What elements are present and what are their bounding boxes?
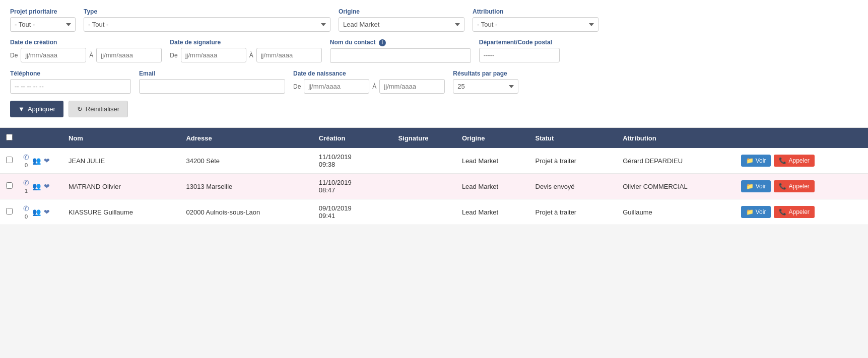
refresh-icon: ↻ bbox=[77, 105, 83, 113]
row-checkbox-cell bbox=[0, 174, 18, 199]
row-statut: Projet à traiter bbox=[530, 199, 618, 225]
phone-call-icon: 📞 bbox=[779, 157, 786, 164]
row-creation: 11/10/201909:38 bbox=[314, 148, 393, 174]
row-attribution: Guillaume bbox=[618, 199, 736, 225]
header-adresse: Adresse bbox=[181, 128, 313, 148]
label-origine: Origine bbox=[339, 8, 464, 15]
input-nom-contact[interactable] bbox=[330, 48, 471, 63]
heart-icon[interactable]: ❤ bbox=[44, 157, 50, 165]
select-attribution[interactable]: - Tout - Gérard DEPARDIEU Olivier COMMER… bbox=[473, 17, 598, 32]
folder-icon: 📁 bbox=[746, 157, 754, 164]
header-creation: Création bbox=[314, 128, 393, 148]
group-icon[interactable]: 👥 bbox=[32, 182, 41, 190]
input-departement[interactable] bbox=[479, 48, 560, 62]
row-nom: KIASSURE Guillaume bbox=[63, 199, 181, 225]
row-attribution: Olivier COMMERCIAL bbox=[618, 174, 736, 199]
select-type[interactable]: - Tout - Type A Type B bbox=[84, 17, 330, 32]
phone-call-icon: 📞 bbox=[779, 208, 786, 216]
row-creation: 11/10/201908:47 bbox=[314, 174, 393, 199]
reset-button[interactable]: ↻ Réinitialiser bbox=[69, 101, 128, 117]
table-row: ✆ 1 👥 ❤ MATRAND Olivier 13013 Marseille … bbox=[0, 174, 868, 199]
call-count: 0 bbox=[25, 162, 28, 168]
select-all-checkbox[interactable] bbox=[6, 134, 13, 140]
filter-group-telephone: Téléphone bbox=[10, 70, 131, 94]
header-statut: Statut bbox=[530, 128, 618, 148]
input-date-signature-a[interactable] bbox=[256, 48, 322, 62]
select-projet[interactable]: - Tout - Oui Non bbox=[10, 17, 76, 32]
select-origine[interactable]: - Tout - Lead Market Web Téléphone bbox=[339, 17, 464, 32]
label-a-signature: À bbox=[249, 52, 253, 59]
group-icon[interactable]: 👥 bbox=[32, 157, 41, 165]
row-checkbox-cell bbox=[0, 199, 18, 225]
action-buttons: 📁 Voir 📞 Appeler bbox=[741, 155, 863, 167]
row-actions: 📁 Voir 📞 Appeler bbox=[736, 199, 868, 225]
label-de-creation: De bbox=[10, 52, 18, 59]
filter-row-2: Date de création De À Date de signature … bbox=[10, 39, 858, 63]
input-date-creation-de[interactable] bbox=[21, 48, 86, 62]
label-telephone: Téléphone bbox=[10, 70, 131, 77]
heart-icon[interactable]: ❤ bbox=[44, 208, 50, 216]
filter-row-3: Téléphone Email Date de naissance De À R… bbox=[10, 70, 858, 94]
row-statut: Projet à traiter bbox=[530, 148, 618, 174]
row-icons-cell: ✆ 1 👥 ❤ bbox=[18, 174, 63, 199]
header-signature: Signature bbox=[393, 128, 457, 148]
call-count: 0 bbox=[25, 213, 28, 220]
header-origine: Origine bbox=[457, 128, 530, 148]
header-icons-col bbox=[18, 128, 63, 148]
label-de-signature: De bbox=[170, 52, 177, 59]
row-signature bbox=[393, 148, 457, 174]
icon-group: ✆ 0 👥 ❤ bbox=[23, 153, 58, 168]
phone-call-icon: 📞 bbox=[779, 183, 786, 190]
row-icons-cell: ✆ 0 👥 ❤ bbox=[18, 199, 63, 225]
phone-icon[interactable]: ✆ bbox=[23, 153, 29, 161]
appeler-button[interactable]: 📞 Appeler bbox=[774, 180, 814, 192]
label-a-naissance: À bbox=[372, 83, 376, 90]
filter-group-date-signature: Date de signature De À bbox=[170, 39, 321, 62]
date-creation-range: De À bbox=[10, 48, 162, 62]
input-email[interactable] bbox=[139, 79, 285, 94]
input-telephone[interactable] bbox=[10, 79, 131, 94]
input-date-naissance-a[interactable] bbox=[379, 79, 445, 94]
group-icon[interactable]: 👥 bbox=[32, 208, 41, 216]
row-origine: Lead Market bbox=[457, 174, 530, 199]
row-statut: Devis envoyé bbox=[530, 174, 618, 199]
button-row: ▼ Appliquer ↻ Réinitialiser bbox=[10, 101, 858, 117]
input-date-signature-de[interactable] bbox=[181, 48, 246, 62]
date-signature-range: De À bbox=[170, 48, 321, 62]
voir-button[interactable]: 📁 Voir bbox=[741, 180, 771, 192]
row-adresse: 13013 Marseille bbox=[181, 174, 313, 199]
phone-icon[interactable]: ✆ bbox=[23, 179, 29, 187]
row-actions: 📁 Voir 📞 Appeler bbox=[736, 148, 868, 174]
voir-button[interactable]: 📁 Voir bbox=[741, 206, 771, 218]
filter-group-origine: Origine - Tout - Lead Market Web Télépho… bbox=[339, 8, 464, 32]
label-date-signature: Date de signature bbox=[170, 39, 321, 46]
row-checkbox[interactable] bbox=[6, 182, 13, 189]
label-projet: Projet prioritaire bbox=[10, 8, 76, 15]
table-row: ✆ 0 👥 ❤ KIASSURE Guillaume 02000 Aulnois… bbox=[0, 199, 868, 225]
voir-button[interactable]: 📁 Voir bbox=[741, 155, 771, 167]
row-checkbox[interactable] bbox=[6, 208, 13, 214]
row-attribution: Gérard DEPARDIEU bbox=[618, 148, 736, 174]
row-checkbox[interactable] bbox=[6, 157, 13, 163]
filter-icon: ▼ bbox=[18, 105, 25, 113]
row-nom: JEAN JULIE bbox=[63, 148, 181, 174]
row-actions: 📁 Voir 📞 Appeler bbox=[736, 174, 868, 199]
appeler-button[interactable]: 📞 Appeler bbox=[774, 155, 814, 167]
phone-icon-cell: ✆ 0 bbox=[23, 153, 29, 168]
input-date-naissance-de[interactable] bbox=[304, 79, 369, 94]
filter-group-departement: Département/Code postal bbox=[479, 39, 560, 62]
filter-group-resultats: Résultats par page 10 25 50 100 bbox=[453, 70, 518, 94]
phone-icon[interactable]: ✆ bbox=[23, 204, 29, 212]
row-adresse: 34200 Sète bbox=[181, 148, 313, 174]
filter-group-projet: Projet prioritaire - Tout - Oui Non bbox=[10, 8, 76, 32]
appeler-button[interactable]: 📞 Appeler bbox=[774, 206, 814, 218]
heart-icon[interactable]: ❤ bbox=[44, 182, 50, 190]
select-resultats[interactable]: 10 25 50 100 bbox=[453, 79, 518, 94]
input-date-creation-a[interactable] bbox=[96, 48, 162, 62]
apply-button[interactable]: ▼ Appliquer bbox=[10, 101, 63, 117]
info-icon[interactable]: i bbox=[379, 39, 386, 46]
label-departement: Département/Code postal bbox=[479, 39, 560, 46]
label-resultats: Résultats par page bbox=[453, 70, 518, 77]
row-signature bbox=[393, 174, 457, 199]
label-a-creation: À bbox=[89, 52, 93, 59]
